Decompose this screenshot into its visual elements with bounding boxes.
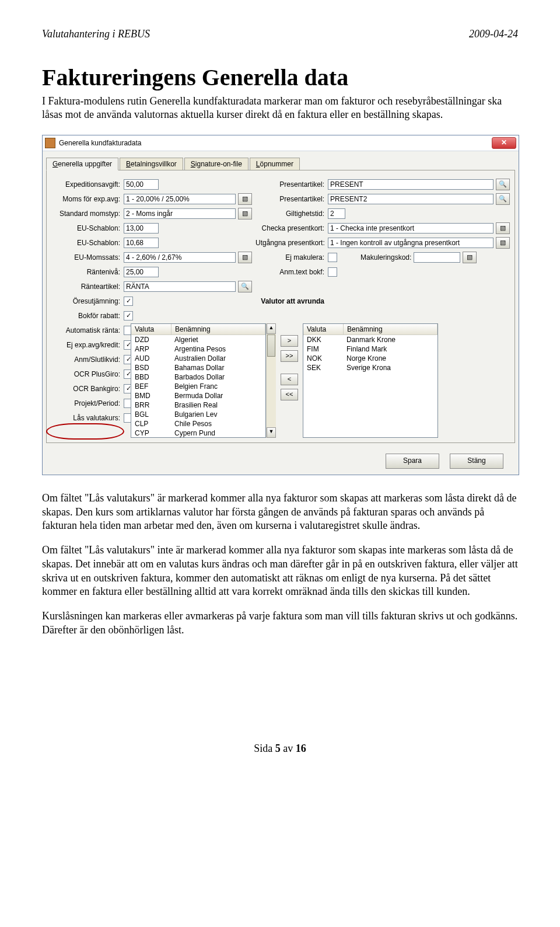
lbl-eu-schablon-2: EU-Schablon: bbox=[51, 237, 120, 249]
lbl-ocr-plusgiro: OCR PlusGiro: bbox=[51, 368, 120, 380]
moms-expavg-field[interactable] bbox=[124, 194, 236, 204]
lbl-presentartikel-1: Presentartikel: bbox=[256, 179, 324, 190]
search-icon[interactable]: 🔍 bbox=[496, 193, 510, 205]
tab-bar: Generella uppgifter Betalningsvillkor Si… bbox=[43, 151, 519, 170]
search-icon[interactable]: 🔍 bbox=[238, 281, 252, 292]
col-valuta: Valuta bbox=[131, 324, 172, 335]
close-button[interactable]: Stäng bbox=[450, 454, 503, 469]
body-paragraph-2: Om fältet "Lås valutakurs" inte är marke… bbox=[42, 543, 518, 599]
giltighetstid-field[interactable] bbox=[328, 208, 345, 219]
tab-signature[interactable]: Signature-on-file bbox=[184, 158, 249, 170]
highlight-circle-icon bbox=[46, 423, 124, 440]
scroll-down-icon[interactable]: ▼ bbox=[267, 427, 276, 438]
list-item[interactable]: BSDBahamas Dollar bbox=[131, 363, 265, 372]
eu-schablon-1-field[interactable] bbox=[124, 223, 159, 234]
ranteartikel-field[interactable] bbox=[124, 281, 236, 292]
list-item[interactable]: CYPCypern Pund bbox=[131, 428, 265, 438]
dropdown-icon[interactable]: ▧ bbox=[463, 252, 477, 263]
window-title: Generella kundfakturadata bbox=[59, 139, 492, 147]
lbl-expeditionsavgift: Expeditionsavgift: bbox=[51, 179, 120, 190]
lbl-bokfor-rabatt: Bokför rabatt: bbox=[51, 310, 120, 322]
lbl-ej-makulera: Ej makulera: bbox=[256, 252, 324, 263]
lbl-standard-momstyp: Standard momstyp: bbox=[51, 208, 120, 219]
move-all-right-button[interactable]: >> bbox=[281, 350, 298, 362]
tab-betalningsvillkor[interactable]: Betalningsvillkor bbox=[120, 158, 183, 170]
presentartikel-1-field[interactable] bbox=[328, 179, 494, 190]
list-item[interactable]: BBDBarbados Dollar bbox=[131, 372, 265, 382]
list-item[interactable]: BGLBulgarien Lev bbox=[131, 410, 265, 419]
lbl-anm-slutlikvid: Anm/Slutlikvid: bbox=[51, 354, 120, 365]
expeditionsavgift-field[interactable] bbox=[124, 179, 159, 190]
eu-schablon-2-field[interactable] bbox=[124, 238, 159, 248]
intro-paragraph: I Faktura-modulens rutin Generella kundf… bbox=[42, 95, 518, 122]
dropdown-icon[interactable]: ▧ bbox=[238, 193, 252, 205]
dropdown-icon[interactable]: ▧ bbox=[496, 222, 510, 234]
valuta-available-list[interactable]: Valuta Benämning DZDAlgerietARPArgentina… bbox=[131, 323, 266, 438]
lbl-valutor-att-avrunda: Valutor att avrunda bbox=[256, 295, 324, 307]
list-item[interactable]: BMDBermuda Dollar bbox=[131, 391, 265, 400]
lbl-ranteniva: Räntenivå: bbox=[51, 266, 120, 278]
scroll-up-icon[interactable]: ▲ bbox=[267, 323, 276, 334]
doc-header-left: Valutahantering i REBUS bbox=[42, 28, 150, 40]
list-item[interactable]: DZDAlgeriet bbox=[131, 335, 265, 344]
list-item[interactable]: FIMFinland Mark bbox=[303, 344, 438, 354]
body-paragraph-3: Kurslåsningen kan markeras eller avmarke… bbox=[42, 609, 518, 637]
presentartikel-2-field[interactable] bbox=[328, 194, 494, 204]
move-left-button[interactable]: < bbox=[281, 374, 298, 385]
makuleringskod-field[interactable] bbox=[414, 252, 460, 263]
ranteniva-field[interactable] bbox=[124, 267, 159, 277]
window: Generella kundfakturadata ✕ Generella up… bbox=[42, 135, 519, 475]
move-right-button[interactable]: > bbox=[281, 335, 298, 347]
doc-header-right: 2009-04-24 bbox=[469, 28, 518, 40]
tab-generella[interactable]: Generella uppgifter bbox=[46, 158, 118, 170]
valuta-selected-list[interactable]: Valuta Benämning DKKDanmark KroneFIMFinl… bbox=[303, 323, 438, 438]
checka-presentkort-field[interactable] bbox=[328, 223, 494, 234]
move-all-left-button[interactable]: << bbox=[281, 389, 298, 400]
scroll-thumb[interactable] bbox=[267, 334, 275, 357]
bokfor-rabatt-checkbox[interactable] bbox=[124, 311, 133, 320]
app-icon bbox=[45, 138, 55, 148]
col-benamning: Benämning bbox=[344, 324, 438, 335]
lbl-las-valutakurs: Lås valutakurs: bbox=[51, 412, 120, 424]
dropdown-icon[interactable]: ▧ bbox=[238, 252, 252, 263]
ej-makulera-checkbox[interactable] bbox=[328, 253, 337, 262]
lbl-oresutjamning: Öresutjämning: bbox=[51, 295, 120, 307]
dropdown-icon[interactable]: ▧ bbox=[496, 237, 510, 249]
list-item[interactable]: DKKDanmark Krone bbox=[303, 335, 438, 344]
scrollbar[interactable]: ▲ ▼ bbox=[266, 323, 276, 438]
list-item[interactable]: NOKNorge Krone bbox=[303, 354, 438, 363]
lbl-anm-text-bokf: Anm.text bokf: bbox=[256, 266, 324, 278]
col-valuta: Valuta bbox=[303, 324, 344, 335]
titlebar: Generella kundfakturadata ✕ bbox=[43, 135, 519, 151]
page-footer: Sida 5 av 16 bbox=[42, 743, 518, 755]
eu-momssats-field[interactable] bbox=[124, 252, 236, 263]
lbl-eu-schablon-1: EU-Schablon: bbox=[51, 222, 120, 234]
tab-lopnummer[interactable]: Löpnummer bbox=[250, 158, 300, 170]
lbl-makuleringskod: Makuleringskod: bbox=[360, 253, 411, 262]
lbl-moms-expavg: Moms för exp.avg: bbox=[51, 193, 120, 205]
col-benamning: Benämning bbox=[172, 324, 265, 335]
lbl-checka-presentkort: Checka presentkort: bbox=[256, 222, 324, 234]
list-item[interactable]: ARPArgentina Pesos bbox=[131, 344, 265, 354]
close-icon[interactable]: ✕ bbox=[492, 137, 516, 149]
list-item[interactable]: BEFBelgien Franc bbox=[131, 382, 265, 391]
lbl-projekt-period: Projekt/Period: bbox=[51, 398, 120, 409]
standard-momstyp-field[interactable] bbox=[124, 208, 236, 219]
save-button[interactable]: Spara bbox=[386, 454, 439, 469]
page-title: Faktureringens Generella data bbox=[42, 64, 518, 91]
list-item[interactable]: CLPChile Pesos bbox=[131, 419, 265, 428]
list-item[interactable]: SEKSverige Krona bbox=[303, 363, 438, 372]
list-item[interactable]: AUDAustralien Dollar bbox=[131, 354, 265, 363]
lbl-ej-expavg-kredit: Ej exp.avg/kredit: bbox=[51, 339, 120, 351]
oresutjamning-checkbox[interactable] bbox=[124, 297, 133, 306]
lbl-ranteartikel: Ränteartikel: bbox=[51, 281, 120, 292]
utgangna-presentkort-field[interactable] bbox=[328, 238, 494, 248]
body-paragraph-1: Om fältet "Lås valutakurs" är markerad k… bbox=[42, 492, 518, 533]
lbl-presentartikel-2: Presentartikel: bbox=[256, 193, 324, 205]
lbl-eu-momssats: EU-Momssats: bbox=[51, 252, 120, 263]
list-item[interactable]: BRRBrasilien Real bbox=[131, 400, 265, 410]
lbl-ocr-bankgiro: OCR Bankgiro: bbox=[51, 383, 120, 395]
dropdown-icon[interactable]: ▧ bbox=[238, 208, 252, 219]
search-icon[interactable]: 🔍 bbox=[496, 179, 510, 190]
anm-text-bokf-checkbox[interactable] bbox=[328, 267, 337, 277]
